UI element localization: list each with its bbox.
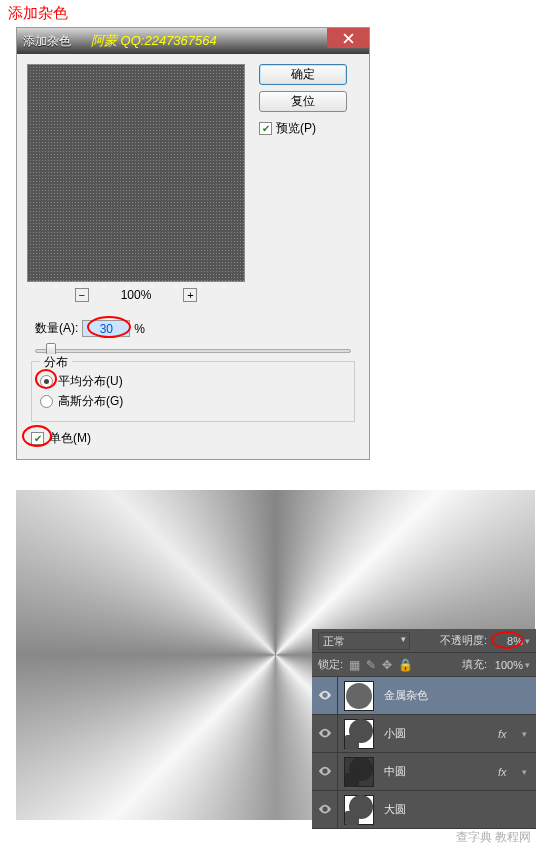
lock-transparent-icon[interactable]: ▦ (349, 658, 360, 672)
distribution-group-label: 分布 (40, 354, 72, 371)
amount-label: 数量(A): (35, 320, 78, 337)
opacity-label: 不透明度: (440, 633, 487, 648)
layer-fx[interactable]: fx (498, 766, 522, 778)
layer-thumbnail (344, 719, 374, 749)
dialog-titlebar: 添加杂色 阿蒙 QQ:2247367564 (17, 28, 369, 54)
layer-row-metal-noise[interactable]: 金属杂色 (312, 677, 536, 715)
uniform-label: 平均分布(U) (58, 373, 123, 390)
distribution-group: 分布 平均分布(U) 高斯分布(G) (31, 361, 355, 422)
fill-input[interactable] (493, 657, 523, 672)
preview-checkbox[interactable]: ✔ (259, 122, 272, 135)
opacity-dropdown-icon[interactable]: ▾ (525, 636, 530, 646)
lock-icons: ▦ ✎ ✥ 🔒 (349, 658, 413, 672)
lock-position-icon[interactable]: ✥ (382, 658, 392, 672)
dialog-title: 添加杂色 (23, 33, 71, 50)
layer-thumbnail (344, 681, 374, 711)
lock-paint-icon[interactable]: ✎ (366, 658, 376, 672)
amount-slider[interactable] (35, 349, 351, 353)
fill-dropdown-icon[interactable]: ▾ (525, 660, 530, 670)
layer-thumbnail (344, 757, 374, 787)
annotation-title: 添加杂色 (0, 0, 550, 27)
visibility-icon[interactable] (318, 689, 332, 703)
layer-row-big-circle[interactable]: 大圆 (312, 791, 536, 829)
fx-expand-icon[interactable]: ▾ (522, 767, 536, 777)
blend-mode-select[interactable]: 正常 (318, 632, 410, 650)
layer-thumbnail (344, 795, 374, 825)
zoom-percent: 100% (121, 288, 152, 302)
close-button[interactable] (327, 28, 369, 48)
close-icon (343, 33, 354, 44)
preview-label: 预览(P) (276, 120, 316, 137)
gaussian-label: 高斯分布(G) (58, 393, 123, 410)
zoom-in-button[interactable]: + (183, 288, 197, 302)
layer-fx[interactable]: fx (498, 728, 522, 740)
monochrome-label: 单色(M) (49, 430, 91, 447)
layer-row-small-circle[interactable]: 小圆 fx ▾ (312, 715, 536, 753)
zoom-out-button[interactable]: − (75, 288, 89, 302)
amount-unit: % (134, 322, 145, 336)
fx-expand-icon[interactable]: ▾ (522, 729, 536, 739)
gaussian-radio[interactable] (40, 395, 53, 408)
visibility-icon[interactable] (318, 765, 332, 779)
fill-label: 填充: (462, 657, 487, 672)
noise-preview (27, 64, 245, 282)
layer-row-medium-circle[interactable]: 中圆 fx ▾ (312, 753, 536, 791)
amount-input[interactable] (82, 320, 130, 337)
uniform-radio[interactable] (40, 375, 53, 388)
layer-name: 金属杂色 (380, 688, 498, 703)
layers-panel: 正常 不透明度: ▾ 锁定: ▦ ✎ ✥ 🔒 填充: ▾ (312, 629, 536, 829)
site-watermark: 查字典 教程网 jiaocheng.chazidian.com (421, 831, 531, 843)
layer-name: 中圆 (380, 764, 498, 779)
author-watermark: 阿蒙 QQ:2247367564 (91, 32, 217, 50)
layer-name: 小圆 (380, 726, 498, 741)
visibility-icon[interactable] (318, 803, 332, 817)
reset-button[interactable]: 复位 (259, 91, 347, 112)
add-noise-dialog: 添加杂色 阿蒙 QQ:2247367564 − 100% + 确定 复位 ✔ 预… (16, 27, 370, 460)
lock-label: 锁定: (318, 657, 343, 672)
ok-button[interactable]: 确定 (259, 64, 347, 85)
opacity-input[interactable] (493, 633, 523, 648)
monochrome-checkbox[interactable]: ✔ (31, 432, 44, 445)
layer-name: 大圆 (380, 802, 498, 817)
visibility-icon[interactable] (318, 727, 332, 741)
metal-preview-area: 正常 不透明度: ▾ 锁定: ▦ ✎ ✥ 🔒 填充: ▾ (16, 490, 535, 820)
lock-all-icon[interactable]: 🔒 (398, 658, 413, 672)
